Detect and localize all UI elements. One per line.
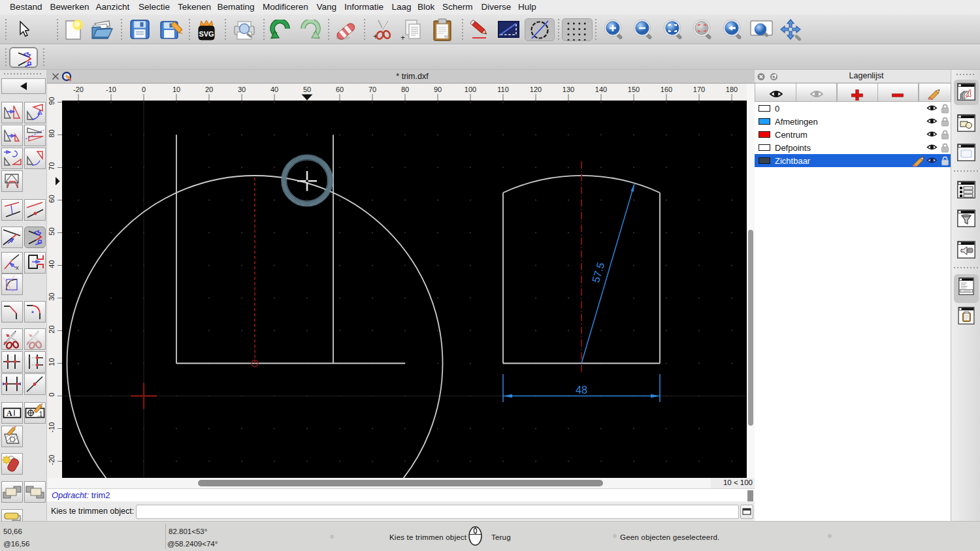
svg-text:A: A — [7, 409, 12, 418]
svg-text:40: 40 — [270, 86, 278, 93]
svg-text:30: 30 — [238, 86, 246, 93]
svg-text:60: 60 — [336, 86, 344, 93]
svg-text:130: 130 — [563, 86, 574, 93]
svg-text:50: 50 — [303, 86, 311, 93]
svg-text:.1: .1 — [37, 411, 43, 418]
svg-text:140: 140 — [595, 86, 607, 93]
svg-text:-10: -10 — [106, 86, 116, 93]
svg-text:10: 10 — [172, 86, 180, 93]
svg-text:90: 90 — [48, 97, 56, 104]
svg-text:150: 150 — [628, 86, 640, 93]
svg-text:-20: -20 — [48, 455, 56, 465]
svg-text:0: 0 — [142, 86, 146, 93]
svg-text:+: + — [400, 33, 405, 42]
svg-text:70: 70 — [48, 162, 56, 170]
svg-text:40: 40 — [48, 260, 56, 268]
svg-text:10: 10 — [48, 358, 56, 366]
svg-text:100: 100 — [465, 86, 476, 93]
svg-text:160: 160 — [661, 86, 672, 93]
svg-text:90: 90 — [434, 86, 442, 93]
svg-text:180: 180 — [726, 86, 738, 93]
svg-text:170: 170 — [693, 86, 705, 93]
svg-text:SVG: SVG — [199, 30, 214, 38]
svg-text:20: 20 — [48, 325, 56, 333]
svg-text:110: 110 — [497, 86, 509, 93]
svg-text:80: 80 — [48, 129, 56, 137]
svg-text:0: 0 — [48, 392, 56, 396]
svg-text:50: 50 — [48, 227, 56, 235]
svg-text:-20: -20 — [73, 86, 84, 93]
svg-text:x: x — [16, 264, 19, 271]
svg-text:120: 120 — [530, 86, 542, 93]
svg-text:30: 30 — [48, 292, 56, 300]
svg-text:80: 80 — [401, 86, 409, 93]
svg-text:70: 70 — [368, 86, 376, 93]
svg-text:20: 20 — [205, 86, 213, 93]
svg-text:60: 60 — [48, 195, 56, 202]
svg-text:48: 48 — [576, 385, 587, 396]
svg-text:-10: -10 — [48, 422, 56, 433]
